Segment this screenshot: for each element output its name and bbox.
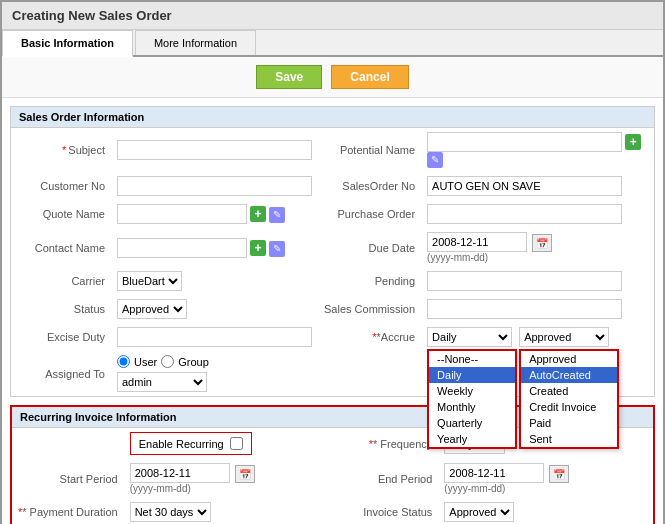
invoice-status-cell: Approved Created Paid	[438, 498, 653, 524]
end-period-hint: (yyyy-mm-dd)	[444, 483, 647, 494]
end-period-calendar-icon[interactable]: 📅	[549, 465, 569, 483]
accrue-label: **Accrue	[318, 323, 421, 351]
potential-name-input[interactable]	[427, 132, 622, 152]
status-cell: Approved Created Delivered	[111, 295, 318, 323]
due-date-cell: 📅 (yyyy-mm-dd)	[421, 228, 654, 267]
accrue-option-none[interactable]: --None--	[429, 351, 515, 367]
quote-name-add-icon[interactable]: +	[250, 206, 266, 222]
accrue-status2-select[interactable]: Approved AutoCreated Created Credit Invo…	[519, 327, 609, 347]
accrue-option-monthly[interactable]: Monthly	[429, 399, 515, 415]
accrue-required-star: *	[372, 331, 376, 343]
payment-duration-label: ** Payment Duration	[12, 498, 124, 524]
salesorder-no-cell	[421, 172, 654, 200]
tab-basic[interactable]: Basic Information	[2, 30, 133, 57]
accrue-option-quarterly[interactable]: Quarterly	[429, 415, 515, 431]
customer-no-input[interactable]	[117, 176, 312, 196]
enable-recurring-checkbox[interactable]	[230, 437, 243, 450]
quote-name-edit-icon[interactable]: ✎	[269, 207, 285, 223]
purchase-order-label: Purchase Order	[318, 200, 421, 228]
subject-label: *Subject	[11, 128, 111, 172]
row-payment-invoice: ** Payment Duration Net 30 days Net 60 d…	[12, 498, 653, 524]
status2-option-created[interactable]: Created	[521, 383, 617, 399]
accrue-option-yearly[interactable]: Yearly	[429, 431, 515, 447]
page-container: Creating New Sales Order Basic Informati…	[0, 0, 665, 524]
assigned-to-label: Assigned To	[11, 351, 111, 396]
salesorder-no-label: SalesOrder No	[318, 172, 421, 200]
accrue-option-weekly[interactable]: Weekly	[429, 383, 515, 399]
accrue-cell: --None-- Daily Weekly Monthly Quarterly …	[421, 323, 654, 351]
accrue-status2-open-dropdown: Approved AutoCreated Created Credit Invo…	[519, 349, 619, 449]
purchase-order-cell	[421, 200, 654, 228]
potential-name-edit-icon[interactable]: ✎	[427, 152, 443, 168]
due-date-input[interactable]	[427, 232, 527, 252]
save-button[interactable]: Save	[256, 65, 322, 89]
row-quote-name: Quote Name + ✎ Purchase Order	[11, 200, 654, 228]
assigned-to-select[interactable]: admin	[117, 372, 207, 392]
sales-order-section: Sales Order Information *Subject Potenti…	[10, 106, 655, 397]
cancel-button[interactable]: Cancel	[331, 65, 408, 89]
pending-input[interactable]	[427, 271, 622, 291]
start-period-label: Start Period	[12, 459, 124, 498]
potential-name-add-icon[interactable]: +	[625, 134, 641, 150]
page-title: Creating New Sales Order	[2, 2, 663, 30]
status2-option-sent[interactable]: Sent	[521, 431, 617, 447]
due-date-calendar-icon[interactable]: 📅	[532, 234, 552, 252]
contact-name-input[interactable]	[117, 238, 247, 258]
invoice-status-select[interactable]: Approved Created Paid	[444, 502, 514, 522]
excise-duty-input[interactable]	[117, 327, 312, 347]
accrue-open-dropdown: --None-- Daily Weekly Monthly Quarterly …	[427, 349, 517, 449]
row-contact-name: Contact Name + ✎ Due Date 📅 (yyyy-mm-dd)	[11, 228, 654, 267]
quote-name-input[interactable]	[117, 204, 247, 224]
start-period-hint: (yyyy-mm-dd)	[130, 483, 333, 494]
row-carrier: Carrier BlueDart FedEx UPS Pending	[11, 267, 654, 295]
customer-no-label: Customer No	[11, 172, 111, 200]
row-customer-no: Customer No SalesOrder No	[11, 172, 654, 200]
assigned-type-user-radio[interactable]	[117, 355, 130, 368]
assigned-type-group-radio[interactable]	[161, 355, 174, 368]
potential-name-label: Potential Name	[318, 128, 421, 172]
carrier-select[interactable]: BlueDart FedEx UPS	[117, 271, 182, 291]
status2-option-credit-invoice[interactable]: Credit Invoice	[521, 399, 617, 415]
status2-option-approved[interactable]: Approved	[521, 351, 617, 367]
accrue-select[interactable]: --None-- Daily Weekly Monthly Quarterly …	[427, 327, 512, 347]
start-period-input[interactable]	[130, 463, 230, 483]
contact-name-add-icon[interactable]: +	[250, 240, 266, 256]
status-select[interactable]: Approved Created Delivered	[117, 299, 187, 319]
enable-recurring-label-cell	[12, 428, 124, 459]
salesorder-no-input[interactable]	[427, 176, 622, 196]
start-period-calendar-icon[interactable]: 📅	[235, 465, 255, 483]
sales-order-form: *Subject Potential Name + ✎ Customer No	[11, 128, 654, 396]
subject-required-star: *	[62, 144, 66, 156]
sales-commission-input[interactable]	[427, 299, 622, 319]
contact-name-edit-icon[interactable]: ✎	[269, 241, 285, 257]
quote-name-label: Quote Name	[11, 200, 111, 228]
row-subject: *Subject Potential Name + ✎	[11, 128, 654, 172]
enable-recurring-label: Enable Recurring	[139, 438, 224, 450]
status2-option-autocreated[interactable]: AutoCreated	[521, 367, 617, 383]
status-label: Status	[11, 295, 111, 323]
row-start-end-period: Start Period 📅 (yyyy-mm-dd) End Period 📅…	[12, 459, 653, 498]
excise-duty-cell	[111, 323, 318, 351]
payment-duration-select[interactable]: Net 30 days Net 60 days Net 90 days	[130, 502, 211, 522]
sales-order-section-title: Sales Order Information	[11, 107, 654, 128]
start-period-cell: 📅 (yyyy-mm-dd)	[124, 459, 339, 498]
assigned-type-group-label: Group	[178, 356, 209, 368]
toolbar: Save Cancel	[2, 57, 663, 98]
end-period-input[interactable]	[444, 463, 544, 483]
subject-input[interactable]	[117, 140, 312, 160]
pending-cell	[421, 267, 654, 295]
sales-commission-cell	[421, 295, 654, 323]
status2-option-paid[interactable]: Paid	[521, 415, 617, 431]
tab-more[interactable]: More Information	[135, 30, 256, 55]
purchase-order-input[interactable]	[427, 204, 622, 224]
pending-label: Pending	[318, 267, 421, 295]
due-date-hint: (yyyy-mm-dd)	[427, 252, 648, 263]
end-period-cell: 📅 (yyyy-mm-dd)	[438, 459, 653, 498]
payment-duration-cell: Net 30 days Net 60 days Net 90 days	[124, 498, 339, 524]
assigned-type-radio-group: User Group	[117, 355, 209, 368]
accrue-option-daily[interactable]: Daily	[429, 367, 515, 383]
carrier-label: Carrier	[11, 267, 111, 295]
row-excise-accrue: Excise Duty **Accrue --None-- Daily Week…	[11, 323, 654, 351]
excise-duty-label: Excise Duty	[11, 323, 111, 351]
end-period-label: End Period	[338, 459, 438, 498]
